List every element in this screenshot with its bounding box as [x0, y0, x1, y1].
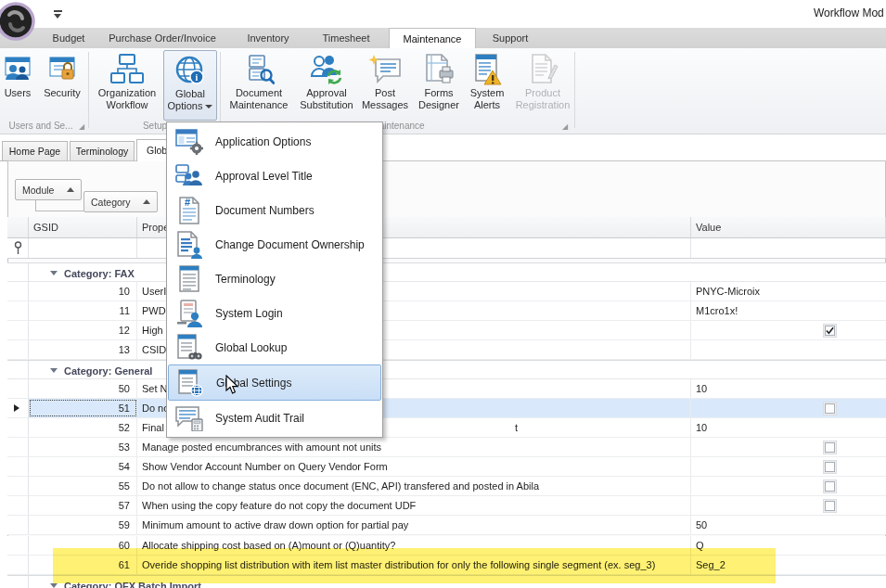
tab-maintenance[interactable]: Maintenance: [389, 28, 476, 48]
group-row-fax[interactable]: Category: FAX: [7, 262, 886, 282]
button-label: Options: [168, 100, 203, 111]
checkbox-unchecked[interactable]: [823, 441, 837, 454]
table-row-57[interactable]: 57 When using the copy feature do not co…: [7, 496, 886, 516]
application-window: Workflow Mod Budget Purchase Order/Invoi…: [0, 0, 886, 588]
change-document-ownership-icon: [174, 231, 204, 259]
table-row-53[interactable]: 53 Manage posted encumbrances with amoun…: [7, 438, 886, 457]
checkbox-unchecked[interactable]: [823, 499, 837, 513]
table-row-13[interactable]: 13 CSID: [7, 340, 886, 360]
dialog-launcher-icon[interactable]: ◢: [79, 122, 84, 131]
checkbox-unchecked[interactable]: [823, 479, 837, 493]
group-by-category-label: Category: [91, 197, 131, 208]
button-label: Maintenance: [230, 99, 289, 110]
table-row-55[interactable]: 55 Do not allow to change status once do…: [7, 477, 886, 496]
cell-value[interactable]: 50: [691, 516, 886, 534]
cell-value[interactable]: [691, 477, 886, 495]
table-row-10[interactable]: 10 UserI PNYC-Microix: [7, 282, 886, 301]
post-messages-button[interactable]: Post Messages: [360, 52, 410, 117]
cell-value[interactable]: 10: [691, 379, 886, 398]
product-registration-icon: [510, 52, 575, 87]
menu-item-approval-level-title[interactable]: Approval Level Title: [168, 159, 381, 193]
tab-timesheet[interactable]: Timesheet: [312, 28, 380, 48]
doc-tab-home-page[interactable]: Home Page: [2, 141, 68, 161]
cell-value[interactable]: [691, 340, 886, 359]
table-row-50[interactable]: 50 Set N 10: [7, 379, 886, 399]
organization-workflow-button[interactable]: Organization Workflow: [91, 52, 163, 117]
collapse-arrow-icon[interactable]: [50, 368, 58, 373]
security-icon: [37, 52, 87, 87]
tab-support[interactable]: Support: [481, 28, 540, 48]
group-by-module[interactable]: Module: [15, 179, 82, 200]
button-label: Alerts: [474, 99, 500, 110]
cell-property[interactable]: Show Vendor Account Number on Query Vend…: [137, 457, 691, 476]
filter-cell-gsid[interactable]: [29, 238, 137, 258]
global-options-menu: Application Options Approval Level Title: [166, 121, 383, 438]
cell-value[interactable]: [691, 321, 886, 339]
collapse-arrow-icon[interactable]: [50, 271, 58, 275]
cell-value[interactable]: [691, 399, 886, 417]
menu-item-global-settings[interactable]: Global Settings: [168, 364, 381, 401]
forms-designer-button[interactable]: Forms Designer: [412, 52, 466, 117]
table-row-51-selected[interactable]: 51 Do no: [7, 399, 886, 418]
table-row-54[interactable]: 54 Show Vendor Account Number on Query V…: [7, 457, 886, 477]
dialog-launcher-icon[interactable]: ◢: [562, 122, 568, 131]
table-row-59[interactable]: 59 Minimum amount to active draw down op…: [7, 516, 886, 535]
tab-purchase-order-invoice[interactable]: Purchase Order/Invoice: [100, 28, 225, 48]
cell-property[interactable]: Do not allow to change status once docum…: [137, 477, 691, 495]
menu-item-application-options[interactable]: Application Options: [168, 124, 381, 159]
doc-tab-terminology[interactable]: Terminology: [70, 141, 135, 161]
cell-property-text: Final: [142, 422, 164, 433]
cell-value[interactable]: [691, 496, 886, 515]
system-alerts-button[interactable]: System Alerts: [466, 52, 508, 117]
app-logo-icon[interactable]: [0, 1, 37, 45]
menu-item-global-lookup[interactable]: Global Lookup: [168, 330, 381, 364]
column-header-value[interactable]: Value: [691, 217, 886, 237]
cell-value[interactable]: M1cro1x!: [691, 301, 886, 320]
cell-value[interactable]: PNYC-Microix: [691, 282, 886, 300]
menu-item-label: Document Numbers: [215, 204, 315, 217]
cell-value[interactable]: [691, 457, 886, 476]
organization-workflow-icon: [91, 52, 163, 87]
document-numbers-icon: #: [174, 197, 204, 224]
security-button[interactable]: Security: [37, 52, 87, 117]
row-indicator-header: [7, 217, 29, 237]
column-header-gsid[interactable]: GSID: [29, 217, 137, 237]
button-label: Designer: [418, 99, 459, 110]
document-maintenance-button[interactable]: Document Maintenance: [223, 52, 295, 117]
menu-item-change-document-ownership[interactable]: Change Document Ownership: [168, 227, 381, 262]
button-label: Approval: [306, 87, 346, 98]
menu-item-terminology[interactable]: Terminology: [168, 262, 381, 296]
cell-property[interactable]: Minimum amount to active draw down optio…: [137, 516, 691, 534]
filter-cell-value[interactable]: [691, 238, 886, 258]
checkbox-checked[interactable]: [823, 324, 837, 338]
button-label: Product: [525, 87, 560, 98]
users-button[interactable]: Users: [0, 52, 35, 117]
checkbox-unchecked[interactable]: [823, 402, 837, 415]
collapse-arrow-icon[interactable]: [50, 583, 58, 588]
menu-item-document-numbers[interactable]: # Document Numbers: [168, 193, 381, 227]
post-messages-icon: [360, 52, 410, 87]
table-row-52[interactable]: 52 Finalt 10: [7, 418, 886, 438]
group-by-category[interactable]: Category: [83, 191, 158, 212]
table-row-12[interactable]: 12 High: [7, 321, 886, 340]
cell-value[interactable]: [691, 438, 886, 456]
approval-substitution-button[interactable]: Approval Substitution: [295, 52, 358, 117]
cell-gsid: 54: [29, 457, 137, 476]
cell-gsid: 51: [29, 399, 137, 417]
tab-budget[interactable]: Budget: [41, 28, 96, 48]
cell-property[interactable]: Manage posted encumbrances with amount n…: [137, 438, 691, 456]
global-options-button[interactable]: i Global Options: [163, 50, 217, 121]
tab-inventory[interactable]: Inventory: [234, 28, 302, 48]
quick-access-customize-icon[interactable]: [54, 10, 63, 19]
group-row-general[interactable]: Category: General: [7, 360, 886, 379]
cell-property[interactable]: When using the copy feature do not copy …: [137, 496, 691, 515]
menu-item-system-audit-trail[interactable]: System Audit Trail: [168, 401, 381, 435]
auto-filter-row[interactable]: [7, 238, 886, 259]
cell-gsid: 57: [29, 496, 137, 515]
table-row-11[interactable]: 11 PWD M1cro1x!: [7, 301, 886, 321]
sort-ascending-icon: [143, 199, 150, 204]
button-label: Global: [175, 88, 205, 99]
checkbox-unchecked[interactable]: [823, 460, 837, 474]
cell-value[interactable]: 10: [691, 418, 886, 437]
menu-item-system-login[interactable]: System Login: [168, 296, 381, 330]
